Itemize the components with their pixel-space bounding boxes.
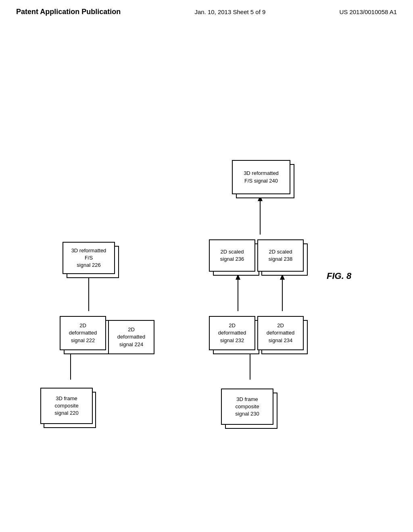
box-222-text: 2Ddeformattedsignal 222 xyxy=(69,322,97,344)
box-224: 2Ddeformattedsignal 224 xyxy=(108,320,154,354)
box-238: 2D scaledsignal 238 xyxy=(257,239,304,272)
diagram-area: 3D framecompositesignal 220 2Ddeformatte… xyxy=(0,21,413,517)
header-center: Jan. 10, 2013 Sheet 5 of 9 xyxy=(194,7,265,17)
box-226-text: 3D reformattedF/Ssignal 226 xyxy=(71,247,106,269)
box-220: 3D framecompositesignal 220 xyxy=(40,388,93,424)
box-220-text: 3D framecompositesignal 220 xyxy=(54,395,78,417)
box-230: 3D framecompositesignal 230 xyxy=(221,389,273,425)
header-right: US 2013/0010058 A1 xyxy=(339,7,397,17)
box-224-text: 2Ddeformattedsignal 224 xyxy=(117,326,145,348)
arrows-layer xyxy=(0,21,413,517)
header-left: Patent Application Publication xyxy=(16,7,121,17)
box-236: 2D scaledsignal 236 xyxy=(209,239,255,272)
box-222: 2Ddeformattedsignal 222 xyxy=(60,316,106,350)
box-238-text: 2D scaledsignal 238 xyxy=(269,248,292,263)
header: Patent Application Publication Jan. 10, … xyxy=(0,0,413,21)
box-230-text: 3D framecompositesignal 230 xyxy=(235,396,259,418)
box-232-text: 2Ddeformattedsignal 232 xyxy=(218,322,246,344)
box-234: 2Ddeformattedsignal 234 xyxy=(257,316,304,350)
box-234-text: 2Ddeformattedsignal 234 xyxy=(267,322,294,344)
box-240-text: 3D reformattedF/S signal 240 xyxy=(244,170,279,184)
box-240: 3D reformattedF/S signal 240 xyxy=(232,160,290,194)
box-236-text: 2D scaledsignal 236 xyxy=(220,248,244,263)
box-226: 3D reformattedF/Ssignal 226 xyxy=(63,242,115,274)
fig8-label: FIG. 8 xyxy=(327,271,351,281)
box-232: 2Ddeformattedsignal 232 xyxy=(209,316,255,350)
